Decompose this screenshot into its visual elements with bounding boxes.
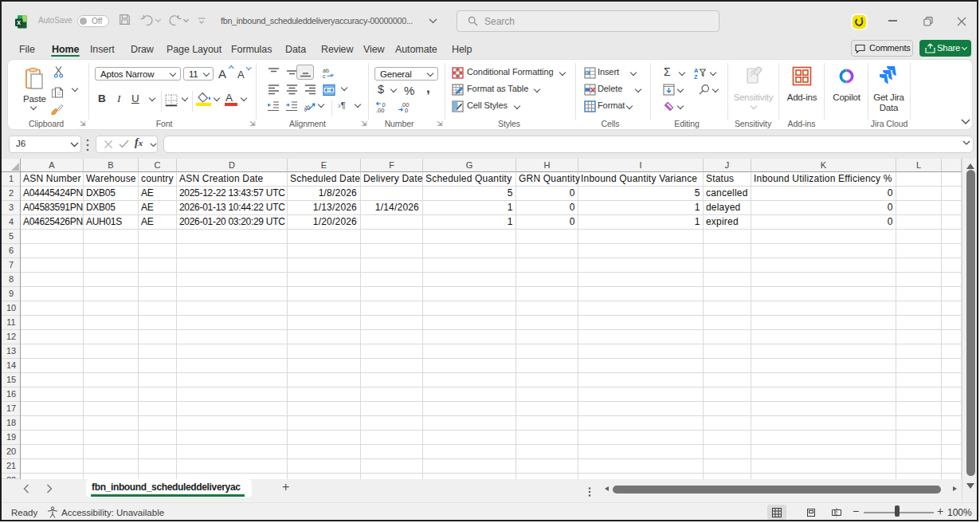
svg-text:Z: Z <box>694 73 698 79</box>
svg-text:.00: .00 <box>376 107 384 113</box>
svg-text:x: x <box>17 18 21 26</box>
svg-text:0: 0 <box>405 107 408 113</box>
svg-text:c: c <box>323 73 326 79</box>
svg-text:ab: ab <box>323 68 329 73</box>
